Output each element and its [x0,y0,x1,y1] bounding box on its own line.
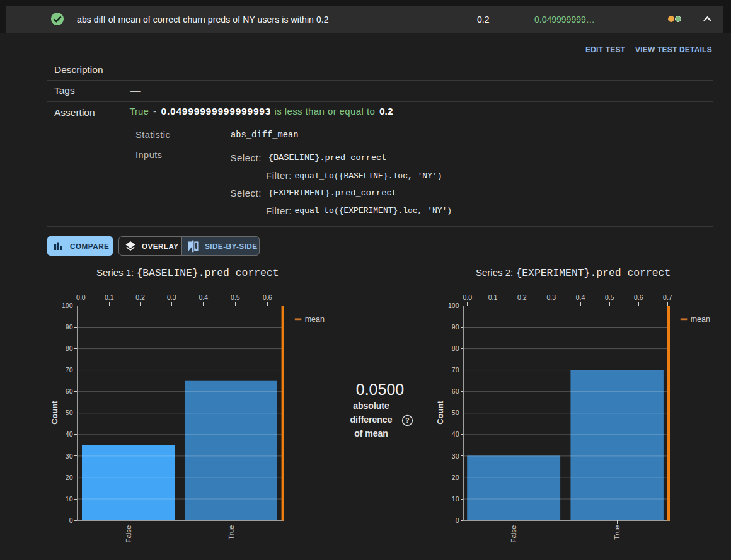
svg-text:0.5: 0.5 [605,294,614,301]
svg-text:0: 0 [69,517,73,524]
svg-text:40: 40 [452,430,459,438]
svg-text:mean: mean [691,315,710,324]
svg-text:10: 10 [452,495,459,503]
svg-text:0.5: 0.5 [231,294,240,301]
svg-text:Count: Count [50,401,59,425]
svg-text:20: 20 [452,474,459,481]
svg-text:50: 50 [66,409,73,416]
svg-text:90: 90 [66,323,73,331]
svg-text:0.1: 0.1 [488,294,498,301]
svg-text:80: 80 [66,345,73,352]
svg-text:60: 60 [452,387,459,395]
svg-text:True: True [613,525,621,540]
svg-text:30: 30 [66,452,73,460]
svg-text:0.4: 0.4 [576,294,585,301]
svg-text:0.6: 0.6 [634,294,643,301]
svg-text:0.6: 0.6 [263,294,272,301]
svg-text:False: False [125,525,132,543]
svg-text:70: 70 [452,366,459,374]
svg-text:70: 70 [66,366,73,374]
svg-text:False: False [510,525,517,543]
svg-text:0.3: 0.3 [167,294,176,301]
svg-text:90: 90 [452,323,459,331]
svg-text:100: 100 [448,302,459,309]
svg-text:0.2: 0.2 [517,294,527,301]
svg-text:80: 80 [452,345,459,352]
svg-text:30: 30 [452,452,459,460]
svg-text:100: 100 [62,302,73,309]
svg-text:0.3: 0.3 [546,294,556,301]
svg-text:50: 50 [452,409,459,416]
svg-text:0.0: 0.0 [463,294,472,301]
svg-text:True: True [227,525,235,540]
svg-text:60: 60 [66,387,73,395]
svg-text:mean: mean [305,315,325,324]
svg-text:0.4: 0.4 [199,294,208,301]
svg-text:0: 0 [456,517,459,524]
svg-text:Count: Count [435,401,445,425]
svg-text:0.0: 0.0 [76,294,86,301]
svg-text:0.2: 0.2 [135,294,145,301]
svg-text:10: 10 [66,495,73,503]
svg-text:0.7: 0.7 [663,294,672,301]
svg-text:20: 20 [66,474,73,481]
svg-text:0.1: 0.1 [105,294,114,301]
svg-text:40: 40 [66,430,73,438]
